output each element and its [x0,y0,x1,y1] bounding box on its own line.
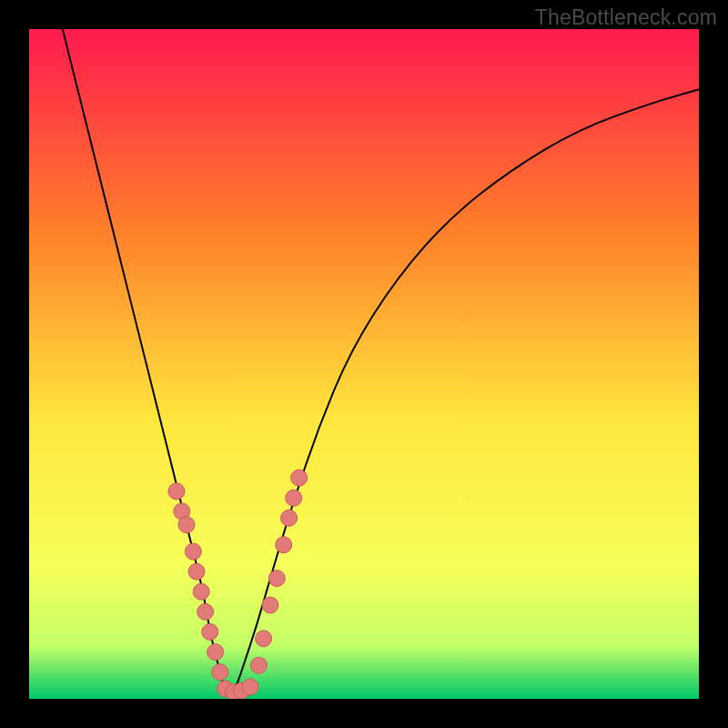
gradient-background [29,29,699,699]
plot-area [29,29,699,699]
data-point [168,483,185,500]
data-point [286,490,302,506]
data-point [212,664,228,681]
data-point [291,470,308,486]
data-point [281,510,298,526]
outer-frame: TheBottleneck.com [0,0,728,728]
data-point [197,603,214,620]
data-point [207,643,224,660]
data-point [185,543,201,560]
data-point [262,597,278,613]
bottleneck-chart [29,29,699,699]
data-point [276,537,292,553]
watermark-text: TheBottleneck.com [535,5,717,30]
data-point [193,583,209,600]
data-point [250,657,267,673]
data-point [268,571,285,587]
data-point [202,623,218,640]
data-point [188,563,205,580]
data-point [242,679,258,695]
data-point [178,517,195,533]
data-point [256,631,272,647]
